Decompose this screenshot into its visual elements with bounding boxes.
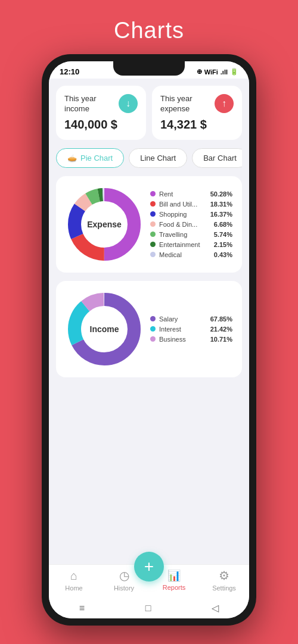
- income-card: This year income 140,000 $: [56, 86, 146, 140]
- nav-menu-icon[interactable]: ≡: [79, 603, 85, 614]
- legend-name-shopping: Shopping: [159, 211, 207, 218]
- tab-bar-chart[interactable]: Bar Chart: [192, 148, 242, 168]
- legend-name-food: Food & Din...: [159, 221, 210, 228]
- legend-name-bill: Bill and Util...: [159, 201, 207, 208]
- expense-card-label: This year expense: [160, 94, 215, 114]
- income-amount: 140,000 $: [64, 118, 138, 132]
- legend-pct-entertainment: 2.15%: [214, 241, 232, 248]
- income-donut: Income: [66, 290, 143, 368]
- legend-item-shopping: Shopping 16.37%: [150, 211, 232, 218]
- income-donut-label: Income: [89, 324, 119, 334]
- income-card-label: This year income: [64, 94, 119, 114]
- home-icon: ⌂: [70, 569, 77, 583]
- legend-item-business: Business 10.71%: [150, 336, 232, 343]
- notch: [113, 61, 185, 76]
- status-time: 12:10: [60, 67, 79, 76]
- nav-settings-label: Settings: [212, 584, 236, 592]
- legend-item-salary: Salary 67.85%: [150, 315, 232, 323]
- legend-name-rent: Rent: [159, 190, 207, 198]
- history-icon: ◷: [119, 568, 129, 583]
- legend-name-business: Business: [159, 336, 207, 343]
- legend-pct-interest: 21.42%: [210, 326, 232, 333]
- content-area: This year income 140,000 $ This year exp…: [49, 79, 249, 564]
- summary-row: This year income 140,000 $ This year exp…: [56, 86, 242, 140]
- legend-pct-shopping: 16.37%: [210, 211, 232, 218]
- expense-card: This year expense 14,321 $: [152, 86, 242, 140]
- legend-pct-medical: 0.43%: [214, 251, 232, 258]
- tab-bar-label: Bar Chart: [203, 154, 237, 162]
- legend-name-travelling: Travelling: [159, 231, 210, 238]
- reports-icon: 📊: [167, 569, 181, 582]
- income-legend: Salary 67.85% Interest 21.42% Business 1…: [150, 315, 232, 343]
- tab-pie-chart[interactable]: 🥧 Pie Chart: [56, 148, 124, 168]
- legend-dot-business: [150, 336, 156, 342]
- expense-donut-label: Expense: [87, 220, 122, 229]
- nav-home-circle-icon[interactable]: □: [145, 603, 151, 614]
- expense-donut: Expense: [66, 186, 143, 263]
- legend-item-medical: Medical 0.43%: [150, 251, 232, 258]
- pie-chart-icon: 🥧: [67, 154, 77, 162]
- expense-chart-card: Expense Rent 50.28% Bill and Util... 18.…: [56, 176, 242, 273]
- legend-dot-food: [150, 221, 156, 227]
- nav-history-label: History: [114, 584, 134, 592]
- tab-pie-label: Pie Chart: [80, 154, 113, 162]
- phone-shell: 12:10 ⊕ WiFi .ıll 🔋 This year income: [42, 54, 256, 626]
- nav-reports-label: Reports: [163, 584, 186, 591]
- legend-dot-salary: [150, 316, 156, 321]
- android-nav: ≡ □ ◁: [49, 598, 249, 618]
- legend-item-food: Food & Din... 6.68%: [150, 221, 232, 228]
- legend-dot-bill: [150, 201, 156, 207]
- nav-back-icon[interactable]: ◁: [212, 602, 219, 614]
- tab-line-chart[interactable]: Line Chart: [129, 148, 187, 168]
- legend-item-entertainment: Entertainment 2.15%: [150, 241, 232, 248]
- fab-button[interactable]: +: [134, 552, 164, 582]
- legend-dot-travelling: [150, 232, 156, 237]
- legend-dot-shopping: [150, 211, 156, 217]
- legend-item-travelling: Travelling 5.74%: [150, 231, 232, 238]
- legend-item-rent: Rent 50.28%: [150, 190, 232, 198]
- legend-name-medical: Medical: [159, 251, 210, 258]
- legend-dot-interest: [150, 326, 156, 332]
- page-title: Charts: [114, 18, 184, 43]
- expense-icon-btn[interactable]: [215, 94, 234, 113]
- legend-dot-rent: [150, 191, 156, 196]
- legend-pct-food: 6.68%: [214, 221, 232, 228]
- expense-legend: Rent 50.28% Bill and Util... 18.31% Shop…: [150, 190, 232, 258]
- phone-screen: 12:10 ⊕ WiFi .ıll 🔋 This year income: [49, 61, 249, 618]
- legend-pct-bill: 18.31%: [210, 201, 232, 208]
- legend-name-salary: Salary: [159, 315, 207, 323]
- income-icon-btn[interactable]: [119, 94, 138, 113]
- legend-item-bill: Bill and Util... 18.31%: [150, 201, 232, 208]
- legend-name-interest: Interest: [159, 326, 207, 333]
- arrow-up-icon: [222, 98, 226, 109]
- tab-line-label: Line Chart: [140, 154, 176, 162]
- nav-home[interactable]: ⌂ Home: [49, 569, 99, 592]
- settings-icon: ⚙: [219, 568, 229, 583]
- legend-item-interest: Interest 21.42%: [150, 326, 232, 333]
- income-chart-card: Income Salary 67.85% Interest 21.42%: [56, 281, 242, 377]
- chart-tabs: 🥧 Pie Chart Line Chart Bar Chart: [56, 148, 242, 168]
- legend-pct-rent: 50.28%: [210, 190, 232, 198]
- fab-plus-icon: +: [144, 557, 154, 576]
- legend-pct-travelling: 5.74%: [214, 231, 232, 238]
- nav-settings[interactable]: ⚙ Settings: [199, 568, 249, 592]
- legend-dot-entertainment: [150, 242, 156, 247]
- legend-name-entertainment: Entertainment: [159, 241, 210, 248]
- expense-amount: 14,321 $: [160, 118, 234, 132]
- status-icons: ⊕ WiFi .ıll 🔋: [197, 68, 238, 76]
- legend-dot-medical: [150, 252, 156, 257]
- bottom-nav: ⌂ Home ◷ History + 📊 Reports ⚙ Settings: [49, 564, 249, 598]
- nav-home-label: Home: [65, 584, 82, 592]
- legend-pct-business: 10.71%: [210, 336, 232, 343]
- arrow-down-icon: [126, 98, 131, 109]
- legend-pct-salary: 67.85%: [210, 315, 232, 323]
